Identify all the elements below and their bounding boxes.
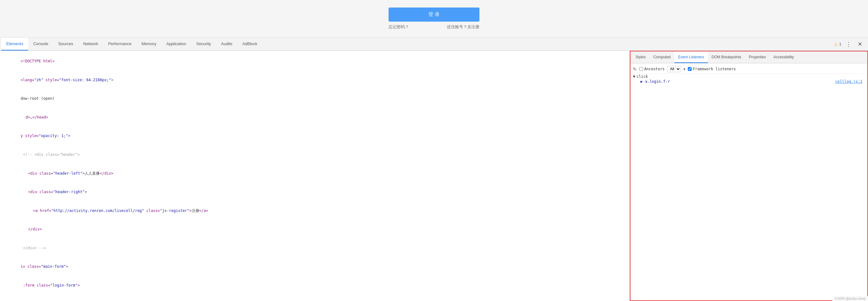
click-event-item[interactable]: ▼ click ▶ a.login.f-r celllog.js:1 [630, 74, 867, 85]
event-toolbar: ↻ Ancestors All ▼ Framework listeners [630, 65, 867, 74]
tab-performance[interactable]: Performance [103, 38, 136, 51]
attr-value-span: "font-size: 64.2188px;" [59, 78, 111, 82]
framework-listeners-checkbox[interactable] [688, 67, 691, 71]
tag-span: </div> [100, 171, 113, 176]
right-tab-accessibility[interactable]: Accessibility [770, 52, 798, 63]
more-button[interactable]: ⋮ [844, 40, 853, 48]
tag-span: > [189, 209, 191, 213]
warning-icon: ⚠ [834, 42, 838, 47]
tag-span: <div class= [28, 171, 53, 176]
close-button[interactable]: ✕ [856, 40, 864, 48]
html-line[interactable]: d>…</head> [0, 108, 629, 127]
tag-span: d>…</head> [26, 115, 48, 119]
html-line[interactable]: :form class="login-form"> [0, 276, 629, 295]
attr-value-span: "opacity: 1;" [39, 133, 68, 138]
attr-value-span: "js-register" [160, 209, 189, 213]
tab-adblock[interactable]: AdBlock [237, 38, 262, 51]
right-tab-dom-breakpoints[interactable]: DOM Breakpoints [708, 52, 745, 63]
right-tab-styles[interactable]: Styles [632, 52, 650, 63]
tag-span: > [85, 190, 87, 194]
attr-value-span: "login-form" [51, 283, 78, 288]
html-line[interactable]: iv class="main-form"> [0, 258, 629, 276]
event-listeners-content: ↻ Ancestors All ▼ Framework listeners [630, 63, 867, 300]
html-line[interactable]: </div> [0, 220, 629, 239]
comment-span: </div> --> [23, 246, 46, 250]
devtools-panel: Elements Console Sources Network Perform… [0, 38, 868, 301]
tag-span: > [78, 283, 80, 288]
tag-span: </a> [199, 209, 208, 213]
html-line[interactable]: y style="opacity: 1;"> [0, 127, 629, 146]
tab-audits[interactable]: Audits [216, 38, 237, 51]
click-event-name: ▼ click [633, 74, 865, 79]
refresh-button[interactable]: ↻ [633, 66, 637, 71]
right-tab-event-listeners[interactable]: Event Listeners [674, 52, 708, 63]
ancestors-checkbox[interactable] [639, 67, 643, 71]
tab-memory[interactable]: Memory [136, 38, 161, 51]
login-button[interactable]: 登 录 [389, 7, 479, 22]
triangle-icon: ▼ [633, 74, 635, 79]
tag-span: <a href= [33, 209, 52, 213]
text-span: dow-root (open) [21, 96, 55, 101]
tag-span: style= [43, 78, 59, 82]
listener-name: ▶ a.login.f-r [641, 79, 670, 84]
tag-span: <div class= [28, 190, 53, 194]
ancestors-checkbox-label[interactable]: Ancestors [639, 67, 664, 71]
tab-actions: ⚠ 1 ⋮ ✕ [834, 40, 867, 48]
filter-select[interactable]: All [667, 66, 681, 72]
footer-text: CSDN @lucky-zhrej [835, 297, 866, 300]
register-link[interactable]: 还没账号？去注册 [447, 24, 479, 30]
attr-value-span: "zh" [34, 78, 43, 82]
framework-listeners-label: Framework listeners [693, 67, 736, 71]
elements-panel[interactable]: <!DOCTYPE html> <lang="zh" style="font-s… [0, 51, 630, 301]
tag-span: class= [144, 209, 160, 213]
attr-value-span: "header-right" [53, 190, 85, 194]
framework-listeners-checkbox-label[interactable]: Framework listeners [688, 67, 736, 71]
tab-console[interactable]: Console [28, 38, 53, 51]
tab-security[interactable]: Security [191, 38, 216, 51]
html-line[interactable]: </div> --> [0, 239, 629, 258]
html-line[interactable]: <div class="header-right"> [0, 183, 629, 202]
right-tab-properties[interactable]: Properties [745, 52, 770, 63]
tab-sources[interactable]: Sources [53, 38, 78, 51]
right-panel: Styles Computed Event Listeners DOM Brea… [630, 51, 868, 301]
tag-span: > [68, 133, 70, 138]
comment-span: <!-- <div class="header"> [23, 152, 80, 157]
attr-value-span: "header-left" [53, 171, 83, 176]
tab-network[interactable]: Network [78, 38, 103, 51]
page-footer: CSDN @lucky-zhrej [832, 296, 868, 301]
attr-value-span: "http://activity.renren.com/livecell/reg… [52, 209, 144, 213]
tag-span: < [21, 78, 23, 82]
devtools-main: <!DOCTYPE html> <lang="zh" style="font-s… [0, 51, 868, 301]
html-line[interactable]: <div class="form-inline">…</div> [0, 295, 629, 301]
listener-file-link[interactable]: celllog.js:1 [835, 79, 862, 84]
ancestors-label: Ancestors [644, 67, 664, 71]
devtools-tab-bar: Elements Console Sources Network Perform… [0, 38, 868, 51]
warning-count: 1 [839, 42, 841, 47]
attr-value-span: "main-form" [41, 264, 66, 269]
right-tab-computed[interactable]: Computed [650, 52, 674, 63]
tag-span: :form class= [23, 283, 51, 288]
html-line[interactable]: <a href="http://activity.renren.com/live… [0, 202, 629, 220]
listener-row[interactable]: ▶ a.login.f-r celllog.js:1 [633, 79, 865, 84]
html-line[interactable]: dow-root (open) [0, 89, 629, 108]
tag-span: lang= [23, 78, 34, 82]
tab-elements[interactable]: Elements [1, 38, 28, 51]
forgot-password-link[interactable]: 忘记密码？ [389, 24, 409, 30]
text-span: 注册 [192, 209, 199, 213]
event-label: click [637, 74, 648, 79]
tag-span: y style= [21, 133, 39, 138]
html-line[interactable]: <lang="zh" style="font-size: 64.2188px;"… [0, 71, 629, 90]
right-panel-tabs: Styles Computed Event Listeners DOM Brea… [630, 52, 867, 63]
tag-span: > [111, 78, 114, 82]
warning-badge: ⚠ 1 [834, 42, 841, 47]
html-line[interactable]: <div class="header-left">人人直播</div> [0, 164, 629, 183]
tab-application[interactable]: Application [161, 38, 191, 51]
tag-span: > [66, 264, 68, 269]
text-span: 人人直播 [85, 171, 100, 176]
dropdown-arrow-icon: ▼ [683, 67, 685, 71]
login-links: 忘记密码？ 还没账号？去注册 [389, 24, 479, 30]
tag-span: <!DOCTYPE html> [21, 59, 55, 63]
html-line[interactable]: <!DOCTYPE html> [0, 52, 629, 71]
html-line[interactable]: <!-- <div class="header"> [0, 146, 629, 164]
tag-span: </div> [28, 227, 42, 231]
